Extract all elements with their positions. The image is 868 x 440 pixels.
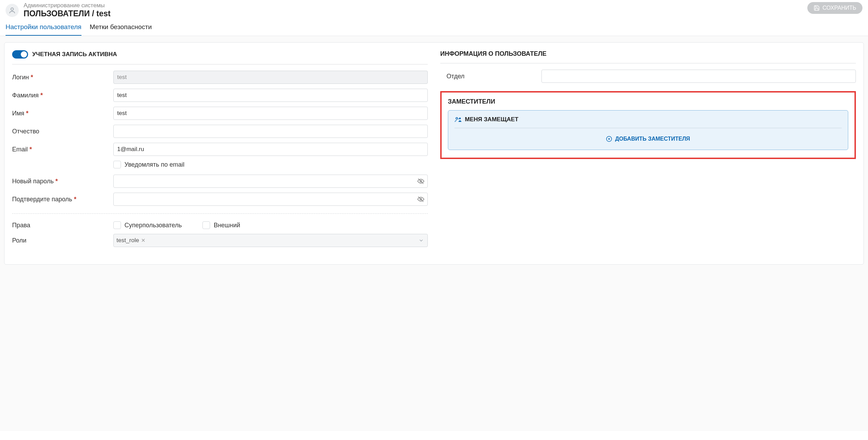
- deputy-card: МЕНЯ ЗАМЕЩАЕТ ДОБАВИТЬ ЗАМЕСТИТЕЛЯ: [448, 110, 848, 150]
- notify-email-checkbox[interactable]: [113, 161, 121, 168]
- save-icon: [814, 5, 820, 11]
- newpass-visibility-icon[interactable]: [417, 178, 424, 185]
- roles-select[interactable]: test_role ✕: [113, 234, 428, 247]
- middlename-label: Отчество: [12, 128, 109, 135]
- department-label: Отдел: [440, 73, 537, 80]
- deputy-icon: [454, 116, 461, 123]
- email-input[interactable]: [113, 143, 428, 156]
- middlename-input[interactable]: [113, 125, 428, 138]
- save-button-label: СОХРАНИТЬ: [823, 5, 856, 11]
- roles-label: Роли: [12, 237, 109, 244]
- department-input[interactable]: [541, 70, 856, 83]
- confirmpass-input[interactable]: [113, 193, 428, 206]
- account-active-toggle[interactable]: [12, 50, 28, 59]
- divider: [12, 213, 428, 214]
- notify-email-label: Уведомлять по email: [124, 161, 184, 168]
- deputy-title-label: МЕНЯ ЗАМЕЩАЕТ: [465, 116, 518, 123]
- superuser-label: Суперпользователь: [124, 222, 182, 229]
- email-label: Email: [12, 146, 109, 153]
- firstname-input[interactable]: [113, 107, 428, 120]
- role-tag-remove-icon[interactable]: ✕: [141, 237, 146, 244]
- superuser-checkbox[interactable]: [113, 221, 121, 229]
- add-deputy-label: ДОБАВИТЬ ЗАМЕСТИТЕЛЯ: [615, 136, 690, 142]
- confirmpass-visibility-icon[interactable]: [417, 196, 424, 203]
- add-deputy-button[interactable]: ДОБАВИТЬ ЗАМЕСТИТЕЛЯ: [454, 136, 842, 142]
- page-title: ПОЛЬЗОВАТЕЛИ / test: [24, 9, 111, 18]
- svg-point-5: [456, 117, 458, 119]
- plus-circle-icon: [606, 136, 612, 142]
- lastname-input[interactable]: [113, 89, 428, 102]
- lastname-label: Фамилия: [12, 92, 109, 99]
- confirmpass-label: Подтвердите пароль: [12, 196, 109, 203]
- newpass-input[interactable]: [113, 175, 428, 188]
- deputies-highlight: ЗАМЕСТИТЕЛИ МЕНЯ ЗАМЕЩАЕТ: [440, 91, 856, 159]
- newpass-label: Новый пароль: [12, 178, 109, 185]
- breadcrumb: Администрирование системы: [24, 2, 111, 9]
- svg-point-0: [11, 8, 13, 10]
- account-active-label: УЧЕТНАЯ ЗАПИСЬ АКТИВНА: [32, 51, 117, 58]
- save-button[interactable]: СОХРАНИТЬ: [807, 2, 862, 14]
- rights-label: Права: [12, 222, 109, 229]
- role-tag: test_role ✕: [116, 237, 146, 244]
- firstname-label: Имя: [12, 110, 109, 117]
- role-tag-label: test_role: [116, 237, 139, 244]
- chevron-down-icon: [418, 238, 424, 243]
- login-input: [113, 71, 428, 84]
- tab-user-settings[interactable]: Настройки пользователя: [6, 23, 81, 36]
- login-label: Логин: [12, 74, 109, 81]
- user-avatar-icon: [6, 4, 19, 17]
- svg-point-6: [459, 117, 461, 119]
- user-info-header: ИНФОРМАЦИЯ О ПОЛЬЗОВАТЕЛЕ: [440, 50, 856, 63]
- tab-security-labels[interactable]: Метки безопасности: [90, 23, 152, 36]
- deputies-header: ЗАМЕСТИТЕЛИ: [448, 98, 848, 105]
- external-checkbox[interactable]: [202, 221, 210, 229]
- external-label: Внешний: [214, 222, 240, 229]
